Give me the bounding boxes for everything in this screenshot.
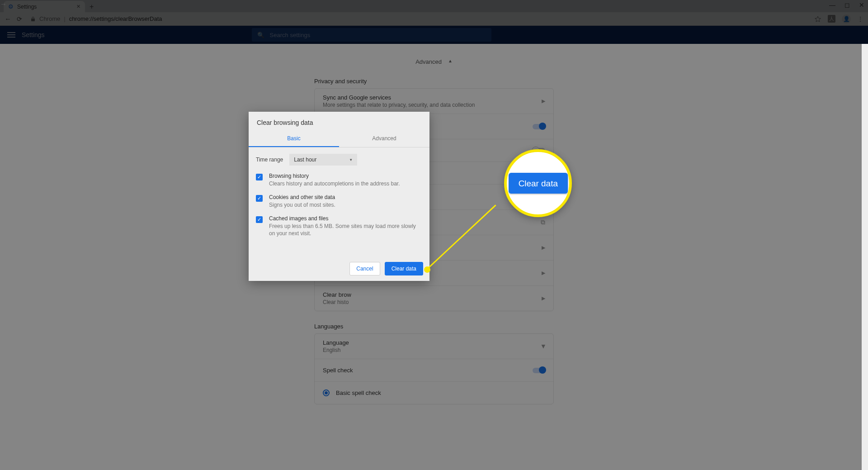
checkbox-checked-icon: ✓ — [256, 216, 263, 223]
scrollbar[interactable] — [862, 44, 868, 470]
clear-browsing-data-dialog: Clear browsing data Basic Advanced Time … — [249, 112, 429, 281]
checkbox-checked-icon: ✓ — [256, 195, 263, 202]
time-range-select[interactable]: Last hour ▼ — [289, 154, 357, 166]
checkbox-browsing-history[interactable]: ✓ Browsing historyClears history and aut… — [256, 173, 422, 188]
dropdown-icon: ▼ — [349, 158, 353, 162]
checkbox-cookies[interactable]: ✓ Cookies and other site dataSigns you o… — [256, 194, 422, 209]
callout-zoom: Clear data — [504, 149, 572, 217]
dialog-title: Clear browsing data — [249, 112, 429, 131]
cancel-button[interactable]: Cancel — [349, 262, 380, 275]
modal-backdrop — [0, 0, 868, 470]
checkbox-checked-icon: ✓ — [256, 174, 263, 180]
tab-basic[interactable]: Basic — [249, 131, 339, 147]
clear-data-button[interactable]: Clear data — [385, 262, 423, 275]
callout-anchor — [424, 266, 430, 273]
checkbox-cached[interactable]: ✓ Cached images and filesFrees up less t… — [256, 215, 422, 238]
tab-advanced[interactable]: Advanced — [339, 131, 429, 147]
callout-clear-data-button: Clear data — [509, 173, 567, 194]
time-range-label: Time range — [256, 157, 283, 163]
